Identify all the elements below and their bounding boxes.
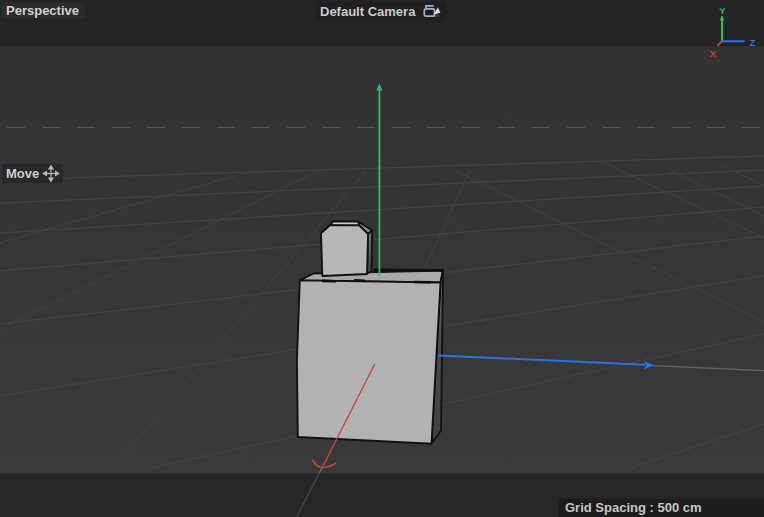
svg-text:X: X — [710, 48, 717, 59]
svg-text:Z: Z — [750, 37, 756, 48]
svg-text:Y: Y — [719, 5, 726, 16]
